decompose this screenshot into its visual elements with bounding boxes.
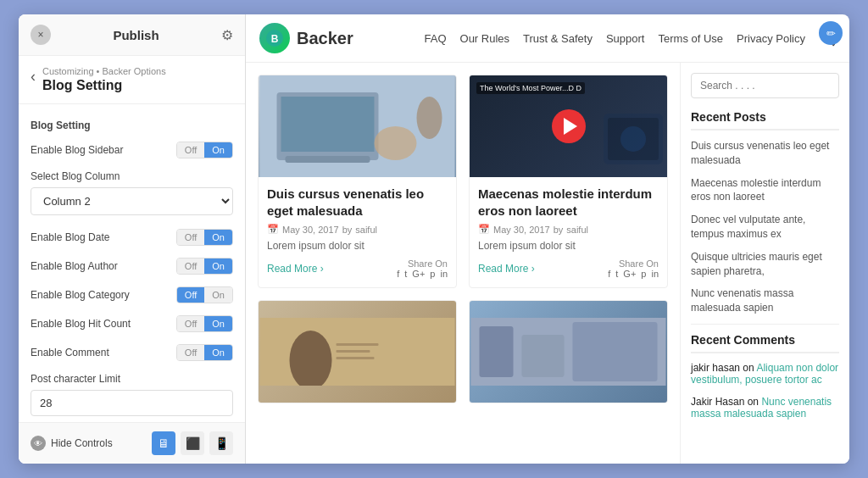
video-thumb-2[interactable]: The World's Most Power...D D bbox=[470, 75, 667, 177]
gear-icon[interactable]: ⚙ bbox=[221, 27, 233, 43]
svg-rect-18 bbox=[522, 335, 565, 377]
toggle-on-comment[interactable]: On bbox=[204, 345, 232, 360]
svg-rect-19 bbox=[573, 322, 658, 381]
post-by-2: by bbox=[554, 225, 564, 235]
desktop-view-icon[interactable]: 🖥 bbox=[152, 431, 175, 455]
recent-post-3[interactable]: Donec vel vulputate ante, tempus maximus… bbox=[691, 213, 839, 242]
dropdown-label: Select Blog Column bbox=[31, 170, 233, 182]
recent-post-4[interactable]: Quisque ultricies mauris eget sapien pha… bbox=[691, 250, 839, 279]
toggle-off-hit-count[interactable]: Off bbox=[177, 316, 204, 331]
hide-controls-label: Hide Controls bbox=[51, 437, 113, 449]
setting-label-sidebar: Enable Blog Sidebar bbox=[31, 144, 123, 156]
svg-point-7 bbox=[417, 97, 442, 139]
post-meta-2: 📅 May 30, 2017 by saiful bbox=[478, 224, 659, 235]
nav-link-support[interactable]: Support bbox=[606, 32, 645, 45]
toggle-on-hit-count[interactable]: On bbox=[204, 316, 232, 331]
select-blog-column-row: Select Blog Column Column 2 Column 1 Col… bbox=[31, 170, 233, 215]
nav-link-our-rules[interactable]: Our Rules bbox=[460, 32, 510, 45]
posts-row-2 bbox=[258, 300, 668, 403]
toggle-on-category[interactable]: Off bbox=[177, 287, 204, 303]
post-image-4 bbox=[470, 301, 667, 403]
twitter-icon-2[interactable]: t bbox=[615, 269, 618, 279]
view-icons: 🖥 ⬛ 📱 bbox=[152, 431, 233, 455]
nav-link-faq[interactable]: FAQ bbox=[425, 32, 447, 45]
right-sidebar: Recent Posts Duis cursus venenatis leo e… bbox=[680, 63, 849, 464]
toggle-category[interactable]: Off On bbox=[176, 286, 233, 303]
edit-icon[interactable]: ✏ bbox=[819, 21, 843, 45]
site-nav: B Backer FAQ Our Rules Trust & Safety Su… bbox=[246, 14, 849, 63]
svg-point-10 bbox=[620, 126, 646, 152]
play-triangle-icon bbox=[564, 118, 577, 135]
panel-content: Blog Setting Enable Blog Sidebar Off On … bbox=[19, 104, 245, 422]
comment-item-1: jakir hasan on Aliquam non dolor vestibu… bbox=[691, 362, 839, 386]
comment-link-2[interactable]: Nunc venenatis massa malesuada sapien bbox=[691, 396, 832, 420]
facebook-icon-1[interactable]: f bbox=[397, 269, 399, 279]
nav-link-terms[interactable]: Terms of Use bbox=[659, 32, 724, 45]
page-title: Blog Setting bbox=[42, 78, 166, 93]
toggle-on-author[interactable]: On bbox=[204, 258, 232, 274]
linkedin-icon-1[interactable]: in bbox=[440, 269, 448, 279]
googleplus-icon-1[interactable]: G+ bbox=[412, 269, 425, 279]
post-body-2: Maecenas molestie interdum eros non laor… bbox=[470, 177, 667, 287]
toggle-off-comment[interactable]: Off bbox=[177, 345, 204, 360]
toggle-on-sidebar[interactable]: On bbox=[204, 142, 232, 158]
twitter-icon-1[interactable]: t bbox=[404, 269, 407, 279]
post-card-2: The World's Most Power...D D bbox=[469, 75, 668, 288]
linkedin-icon-2[interactable]: in bbox=[651, 269, 659, 279]
setting-label-author: Enable Blog Author bbox=[31, 260, 118, 272]
toggle-sidebar[interactable]: Off On bbox=[176, 142, 233, 158]
post-date-2: May 30, 2017 bbox=[493, 225, 550, 235]
pinterest-icon-2[interactable]: p bbox=[641, 269, 646, 279]
comment-link-1[interactable]: Aliquam non dolor vestibulum, posuere to… bbox=[691, 362, 838, 386]
post-body-1: Duis cursus venenatis leo eget malesuada… bbox=[259, 177, 456, 287]
toggle-off-date[interactable]: Off bbox=[177, 230, 204, 245]
comment-author-1: jakir hasan on Aliquam non dolor vestibu… bbox=[691, 362, 839, 386]
logo-text: Backer bbox=[297, 29, 353, 48]
logo-icon: B bbox=[259, 23, 290, 53]
mobile-view-icon[interactable]: 📱 bbox=[209, 431, 233, 455]
svg-point-6 bbox=[375, 126, 417, 160]
recent-comments-title: Recent Comments bbox=[691, 333, 839, 353]
recent-post-2[interactable]: Maecenas molestie interdum eros non laor… bbox=[691, 176, 839, 205]
toggle-on-date[interactable]: On bbox=[204, 230, 232, 245]
input-label-char-limit: Post character Limit bbox=[31, 373, 233, 385]
recent-post-1[interactable]: Duis cursus venenatis leo eget malesuada bbox=[691, 139, 839, 168]
tablet-view-icon[interactable]: ⬛ bbox=[181, 431, 204, 455]
setting-label-date: Enable Blog Date bbox=[31, 231, 109, 243]
section-label: Blog Setting bbox=[31, 119, 233, 131]
search-input[interactable] bbox=[691, 73, 839, 98]
toggle-off-sidebar[interactable]: Off bbox=[177, 142, 204, 158]
hide-controls-button[interactable]: 👁 Hide Controls bbox=[31, 436, 113, 451]
toggle-off-author[interactable]: Off bbox=[177, 258, 204, 274]
read-more-2[interactable]: Read More › bbox=[478, 263, 535, 275]
facebook-icon-2[interactable]: f bbox=[608, 269, 610, 279]
post-meta-1: 📅 May 30, 2017 by saiful bbox=[267, 224, 448, 235]
toggle-off-category[interactable]: On bbox=[204, 287, 232, 303]
close-button[interactable]: × bbox=[31, 25, 51, 45]
setting-enable-blog-hit-count: Enable Blog Hit Count Off On bbox=[31, 315, 233, 332]
svg-rect-15 bbox=[337, 357, 375, 359]
pinterest-icon-1[interactable]: p bbox=[430, 269, 435, 279]
play-button[interactable] bbox=[552, 109, 586, 143]
toggle-hit-count[interactable]: Off On bbox=[176, 315, 233, 332]
read-more-1[interactable]: Read More › bbox=[267, 263, 324, 275]
publish-button[interactable]: Publish bbox=[113, 28, 159, 42]
nav-link-privacy[interactable]: Privacy Policy bbox=[737, 32, 805, 45]
toggle-author[interactable]: Off On bbox=[176, 258, 233, 275]
char-limit-input[interactable] bbox=[31, 390, 233, 416]
back-arrow-icon[interactable]: ‹ bbox=[31, 68, 36, 86]
recent-post-5[interactable]: Nunc venenatis massa malesuada sapien bbox=[691, 286, 839, 315]
toggle-date[interactable]: Off On bbox=[176, 229, 233, 246]
nav-link-trust-safety[interactable]: Trust & Safety bbox=[523, 32, 593, 45]
post-title-2: Maecenas molestie interdum eros non laor… bbox=[478, 186, 659, 219]
video-title-overlay: The World's Most Power...D D bbox=[476, 82, 585, 94]
googleplus-icon-2[interactable]: G+ bbox=[623, 269, 636, 279]
share-on-label-2: Share On bbox=[608, 258, 659, 269]
post-footer-1: Read More › Share On f t G+ p in bbox=[267, 258, 448, 279]
post-title-1: Duis cursus venenatis leo eget malesuada bbox=[267, 186, 448, 219]
svg-rect-17 bbox=[480, 326, 514, 377]
social-icons-2: f t G+ p in bbox=[608, 269, 659, 279]
posts-row-1: Duis cursus venenatis leo eget malesuada… bbox=[258, 75, 668, 288]
column-select[interactable]: Column 2 Column 1 Column 3 bbox=[31, 187, 233, 215]
toggle-comment[interactable]: Off On bbox=[176, 344, 233, 361]
